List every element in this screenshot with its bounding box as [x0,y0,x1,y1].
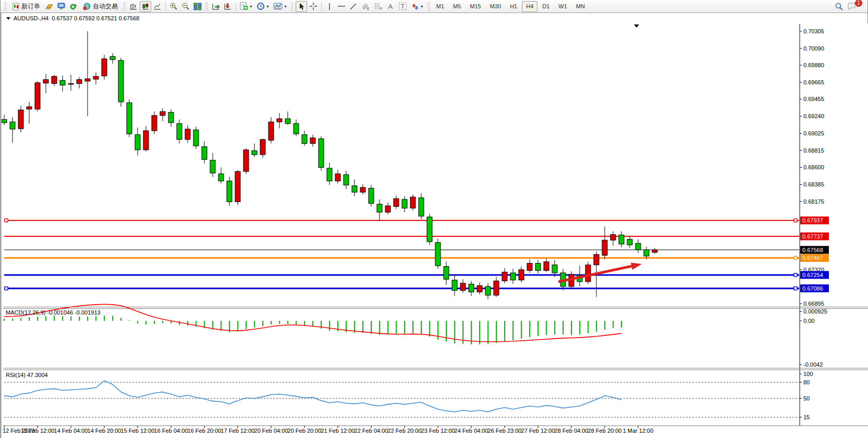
chart-shift-button[interactable] [222,1,234,12]
zoom-in-icon [169,2,178,10]
symbol-dropdown-icon[interactable] [6,17,10,20]
line-chart-icon [153,3,162,10]
svg-text:0.66895: 0.66895 [803,301,824,307]
auto-scroll-button[interactable] [210,1,222,12]
arrows-tool-button[interactable]: ▼ [409,1,425,12]
chart-canvas[interactable]: 0.703050.700900.698800.696650.694550.692… [2,23,868,438]
crosshair-button[interactable] [308,1,319,12]
timeframe-m30[interactable]: M30 [486,1,505,12]
templates-button[interactable]: ▼ [272,1,289,12]
svg-text:0.69880: 0.69880 [803,62,824,68]
timeframe-h4[interactable]: H4 [522,1,537,12]
rsi-line [4,381,621,412]
svg-text:27 Feb 12:00: 27 Feb 12:00 [521,428,555,434]
vertical-line-icon [327,3,332,10]
svg-text:0.70305: 0.70305 [803,28,824,34]
timeframe-d1[interactable]: D1 [538,1,554,12]
notifications-button[interactable]: 1 [846,1,858,12]
toolbar-grip[interactable] [4,2,7,11]
cursor-icon [298,3,305,10]
tile-windows-button[interactable] [192,1,203,12]
svg-text:0.67254: 0.67254 [802,272,823,278]
chart-title-bar: AUDUSD-,H4 0.67537 0.67592 0.67521 0.675… [1,13,867,23]
pane-frame [3,24,868,426]
search-button[interactable] [833,1,845,12]
toolbar-grip[interactable] [123,2,126,11]
market-watch-button[interactable] [44,1,55,12]
clock-icon [256,2,265,10]
toolbar-grip[interactable] [291,2,294,11]
svg-text:0.67568: 0.67568 [802,247,823,253]
timeframe-m5[interactable]: M5 [449,1,465,12]
svg-text:-0.0042: -0.0042 [803,361,823,368]
timeframe-mn[interactable]: MN [572,1,589,12]
time-axis[interactable]: 12 Feb 202313 Feb 12:0014 Feb 04:0014 Fe… [3,426,653,434]
svg-text:15: 15 [803,414,810,420]
timeframe-m15[interactable]: M15 [466,1,485,12]
trendline-button[interactable] [348,1,359,12]
zoom-in-button[interactable] [168,1,179,12]
auto-trading-button[interactable]: 自动交易 [80,1,121,12]
toolbar-grip[interactable] [427,2,430,11]
cursor-button[interactable] [296,1,307,12]
signal-button[interactable] [68,1,79,12]
chart-title: AUDUSD-,H4 [14,15,48,21]
periods-button[interactable]: ▼ [255,1,271,12]
candlesticks [2,31,657,299]
template-icon [273,3,283,10]
toolbar-grip[interactable] [205,2,208,11]
signal-icon [69,3,78,10]
macd-pane: MACD(12,26,9) -0.001046 -0.0019130.00092… [4,304,827,368]
svg-text:0.70090: 0.70090 [803,45,824,52]
zoom-out-icon [181,2,190,10]
notification-badge[interactable]: 1 [855,0,862,7]
auto-scroll-icon [212,3,220,10]
svg-text:T: T [401,3,405,9]
bar-chart-button[interactable] [128,1,139,12]
text-button[interactable]: A [385,1,396,12]
tile-windows-icon [193,3,202,10]
svg-text:24 Feb 04:00: 24 Feb 04:00 [455,428,488,434]
candlestick-chart-button[interactable] [140,1,151,12]
svg-text:E: E [367,7,370,10]
chart-area[interactable]: 0.703050.700900.698800.696650.694550.692… [1,23,868,438]
svg-text:50: 50 [803,395,810,402]
auto-trading-label: 自动交易 [93,2,118,11]
svg-text:0.67937: 0.67937 [802,217,823,223]
horizontal-lines[interactable] [4,219,799,290]
horizontal-line-button[interactable] [336,1,347,12]
timeframe-w1[interactable]: W1 [554,1,571,12]
new-order-button[interactable]: 新订单 [9,1,43,12]
text-label-button[interactable]: T [397,1,409,12]
svg-text:0.00: 0.00 [803,318,814,324]
indicators-button[interactable]: ▼ [238,1,254,12]
svg-text:14 Feb 04:00: 14 Feb 04:00 [54,428,88,434]
svg-text:28 Feb 04:00: 28 Feb 04:00 [555,428,589,434]
text-label-icon: T [398,2,407,10]
terminal-button[interactable] [56,1,67,12]
main-toolbar: 新订单 自动交易 [1,0,867,13]
line-chart-button[interactable] [152,1,163,12]
fibonacci-icon: F [374,2,383,10]
svg-text:13 Feb 12:00: 13 Feb 12:00 [21,428,55,434]
vertical-line-button[interactable] [324,1,335,12]
equidistant-channel-button[interactable]: E [360,1,372,12]
svg-text:0.67086: 0.67086 [802,285,823,292]
timeframe-m1[interactable]: M1 [432,1,448,12]
chevron-down-icon: ▼ [284,5,287,8]
horizontal-line-icon [337,4,346,9]
svg-text:0.69025: 0.69025 [803,130,824,136]
zoom-out-button[interactable] [180,1,191,12]
svg-text:23 Feb 12:00: 23 Feb 12:00 [421,428,455,434]
shift-marker[interactable] [634,24,639,28]
svg-text:14 Feb 20:00: 14 Feb 20:00 [88,428,121,434]
svg-text:22 Feb 04:00: 22 Feb 04:00 [354,428,388,434]
svg-text:0.69665: 0.69665 [803,79,824,85]
arrows-tool-icon [411,3,419,10]
bar-chart-icon [129,3,138,10]
timeframe-h1[interactable]: H1 [506,1,521,12]
trend-arrow[interactable] [558,262,642,282]
fibonacci-button[interactable]: F [372,1,384,12]
chart-shift-marker[interactable] [634,24,639,28]
text-a-icon: A [388,3,393,10]
